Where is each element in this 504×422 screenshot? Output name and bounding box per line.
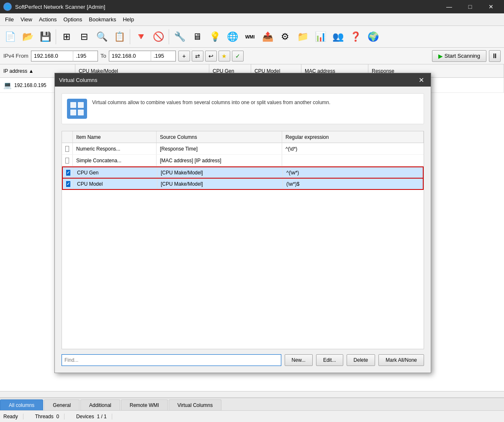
tb-users[interactable]: 👥	[329, 28, 346, 46]
vc-row-1[interactable]: Simple Concatena... [MAC address] [IP ad…	[62, 155, 424, 166]
dialog-close-button[interactable]: ✕	[416, 74, 427, 85]
devices-label: Devices 1 / 1	[71, 414, 112, 419]
export-icon: 📤	[262, 32, 273, 41]
main-content: IP address ▲ CPU Make/Model CPU Gen CPU …	[0, 64, 504, 422]
tb-chart[interactable]: 📊	[312, 28, 329, 46]
tb-globe[interactable]: 🌍	[365, 28, 381, 46]
random-button[interactable]: ⇄	[192, 51, 203, 61]
title-bar-text: SoftPerfect Network Scanner [Admin]	[15, 4, 105, 10]
fav-button[interactable]: ★	[219, 51, 230, 61]
tb-filter[interactable]: 🔻	[132, 28, 149, 46]
vc-row-0[interactable]: Numeric Respons... [Response Time] ^(\d*…	[62, 143, 424, 155]
address-bar: IPv4 From To + ⇄ ↩ ★ ✓ ▶ Start Scanning …	[0, 48, 504, 64]
virtual-columns-icon	[67, 99, 87, 119]
ipv4-from-label: IPv4 From	[3, 53, 28, 59]
tb-collapse[interactable]: ⊟	[76, 28, 93, 46]
from-ip-suffix[interactable]	[73, 51, 98, 61]
delete-button[interactable]: Delete	[347, 354, 375, 366]
vc-source-1: [MAC address] [IP address]	[157, 155, 282, 166]
edit-button[interactable]: Edit...	[316, 354, 343, 366]
gear-icon: ⚙	[281, 32, 289, 41]
vc-check-2[interactable]: ✓	[63, 167, 74, 178]
maximize-button[interactable]: □	[460, 0, 480, 13]
checkbox-unchecked-0[interactable]	[65, 146, 69, 152]
menu-file[interactable]: File	[2, 13, 17, 26]
tb-screen[interactable]: 🖥	[189, 28, 206, 46]
to-ip-base[interactable]	[109, 51, 151, 61]
svg-rect-7	[78, 110, 84, 115]
to-ip-group	[109, 51, 176, 61]
screen-icon: 🖥	[193, 32, 202, 41]
new-button[interactable]: New...	[285, 354, 313, 366]
dialog-buttons-row: New... Edit... Delete Mark All/None	[62, 354, 424, 366]
filter-clear-icon: 🚫	[153, 32, 164, 41]
horizontal-scrollbar[interactable]	[0, 391, 504, 398]
vc-name-3: CPU Model	[74, 179, 157, 189]
vc-table: Item Name Source Columns Regular express…	[62, 131, 424, 349]
vc-check-1[interactable]	[62, 155, 73, 166]
minimize-button[interactable]: —	[440, 0, 459, 13]
to-ip-suffix[interactable]	[151, 51, 176, 61]
from-ip-base[interactable]	[31, 51, 73, 61]
menu-view[interactable]: View	[17, 13, 36, 26]
network-icon: 🌐	[227, 32, 238, 41]
tb-sep-2	[130, 29, 130, 44]
checkbox-checked-2[interactable]: ✓	[66, 170, 70, 176]
play-icon: ▶	[438, 53, 443, 59]
vc-row-3[interactable]: ✓ CPU Model [CPU Make/Model] (\w*)$	[62, 178, 424, 190]
tb-help[interactable]: ❓	[347, 28, 364, 46]
vc-check-0[interactable]	[62, 143, 73, 154]
check-button[interactable]: ✓	[232, 51, 244, 61]
menu-options[interactable]: Options	[60, 13, 86, 26]
history-button[interactable]: ↩	[205, 51, 217, 61]
tb-paste[interactable]: 📋	[111, 28, 128, 46]
tb-save[interactable]: 💾	[37, 28, 54, 46]
bulb-icon: 💡	[209, 32, 221, 41]
checkbox-unchecked-1[interactable]	[65, 158, 69, 164]
tab-general[interactable]: General	[44, 399, 80, 410]
tb-network[interactable]: 🌐	[224, 28, 241, 46]
close-button[interactable]: ✕	[481, 0, 501, 13]
tb-folder2[interactable]: 📁	[294, 28, 311, 46]
to-label: To	[100, 53, 106, 59]
folder2-icon: 📁	[297, 32, 309, 41]
tb-filter-clear[interactable]: 🚫	[150, 28, 167, 46]
tb-find[interactable]: 🔍	[93, 28, 110, 46]
start-scanning-button[interactable]: ▶ Start Scanning	[432, 50, 486, 62]
svg-rect-6	[70, 110, 76, 115]
tb-expand[interactable]: ⊞	[58, 28, 75, 46]
users-icon: 👥	[332, 32, 344, 41]
tb-gear[interactable]: ⚙	[277, 28, 293, 46]
vc-th-regex: Regular expression	[282, 131, 424, 143]
svg-rect-4	[70, 102, 76, 108]
status-text: Ready	[3, 414, 23, 419]
save-icon: 💾	[40, 32, 51, 41]
tab-remote-wmi[interactable]: Remote WMI	[121, 399, 168, 410]
checkbox-checked-3[interactable]: ✓	[66, 181, 70, 187]
find-input[interactable]	[62, 354, 281, 366]
dialog-info-text: Virtual columns allow to combine values …	[92, 99, 330, 106]
tb-open[interactable]: 📂	[19, 28, 36, 46]
tab-virtual-columns[interactable]: Virtual Columns	[169, 399, 221, 410]
scan-btn-label: Start Scanning	[445, 53, 480, 59]
pause-button[interactable]: ⏸	[489, 50, 501, 62]
tab-all-columns[interactable]: All columns	[0, 399, 43, 410]
mark-all-button[interactable]: Mark All/None	[378, 354, 424, 366]
tb-export[interactable]: 📤	[259, 28, 276, 46]
menu-help[interactable]: Help	[119, 13, 137, 26]
tb-wmi[interactable]: WMI	[242, 28, 258, 46]
menu-actions[interactable]: Actions	[36, 13, 60, 26]
filter-icon: 🔻	[135, 32, 147, 41]
menu-bookmarks[interactable]: Bookmarks	[85, 13, 119, 26]
vc-row-2[interactable]: ✓ CPU Gen [CPU Make/Model] ^(\w*)	[62, 166, 424, 178]
add-range-button[interactable]: +	[178, 51, 190, 61]
tab-additional[interactable]: Additional	[80, 399, 120, 410]
svg-rect-5	[78, 102, 84, 108]
vc-check-3[interactable]: ✓	[63, 179, 74, 189]
bottom-tabs: All columns General Additional Remote WM…	[0, 398, 504, 410]
tb-settings[interactable]: 🔧	[171, 28, 188, 46]
from-ip-group	[31, 51, 98, 61]
tb-bulb[interactable]: 💡	[206, 28, 223, 46]
app-window: 🌐 SoftPerfect Network Scanner [Admin] — …	[0, 0, 504, 422]
tb-new[interactable]: 📄	[2, 28, 18, 46]
